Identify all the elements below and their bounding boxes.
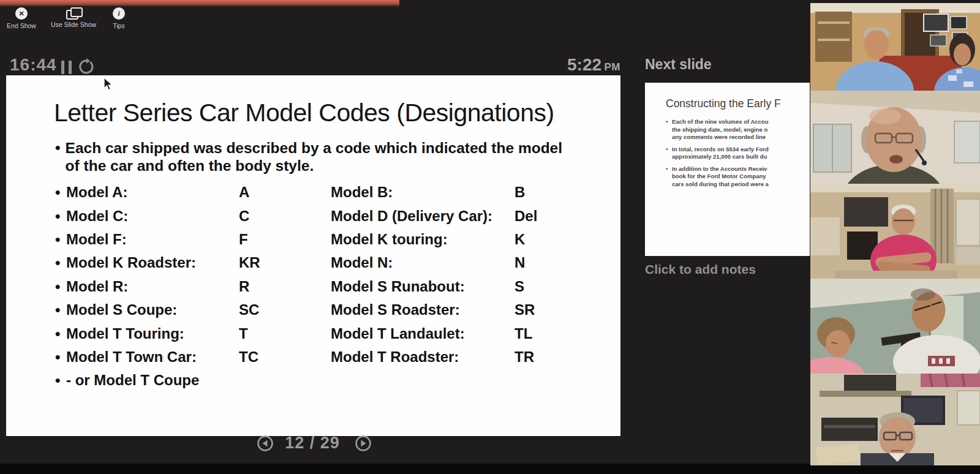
- model-label: Model S Coupe:: [66, 301, 239, 318]
- clock-time: 5:22: [567, 55, 601, 74]
- clock: 5:22 PM: [539, 55, 620, 75]
- model-code: R: [239, 278, 331, 295]
- preview-bullet: • In total, records on 5534 early Ford a…: [666, 146, 810, 161]
- tips-button[interactable]: i Tips: [107, 7, 131, 29]
- clock-meridiem: PM: [605, 61, 621, 73]
- model-label: Model F:: [66, 231, 239, 248]
- bullet-glyph: •: [55, 301, 66, 318]
- slide-intro-text: Each car shipped was described by a code…: [66, 139, 576, 175]
- model-label: Model T Touring:: [66, 325, 239, 342]
- model-label: Model A:: [66, 184, 239, 201]
- table-row: • Model K Roadster: KR Model N: N: [55, 251, 608, 274]
- elapsed-timer: 16:44: [10, 55, 57, 75]
- table-row: • - or Model T Coupe: [55, 369, 608, 392]
- model-code: TC: [239, 348, 331, 366]
- tips-label: Tips: [113, 22, 124, 29]
- use-slide-show-button[interactable]: Use Slide Show: [42, 7, 105, 28]
- model-code: SR: [514, 301, 608, 318]
- preview-bullet: • In addition to the Accounts Receiv boo…: [666, 165, 810, 189]
- bullet-glyph: •: [55, 208, 66, 225]
- info-circle-icon: i: [113, 7, 125, 20]
- model-label: Model T Roadster:: [331, 348, 514, 366]
- current-slide-canvas[interactable]: Letter Series Car Model Codes (Designati…: [6, 75, 620, 436]
- video-strip: [810, 3, 980, 465]
- bullet-glyph: •: [666, 146, 668, 154]
- bullet-glyph: •: [55, 348, 66, 366]
- model-code: Del: [514, 208, 608, 225]
- preview-slide-body: • Each of the nine volumes of Accou the …: [666, 118, 810, 192]
- notes-placeholder[interactable]: Click to add notes: [645, 262, 756, 277]
- model-label: Model S Roadster:: [331, 301, 514, 318]
- model-code: K: [514, 231, 608, 248]
- screen-share-border: [0, 0, 399, 6]
- model-code: F: [239, 231, 331, 248]
- circle-left-arrow-icon: [257, 435, 274, 452]
- model-code-table: • Model A: A Model B: B • Model C: C Mod…: [55, 181, 608, 393]
- video-tile-1[interactable]: [810, 3, 980, 91]
- video-tile-5[interactable]: [810, 374, 980, 465]
- bullet-glyph: •: [55, 184, 66, 201]
- model-code: SC: [239, 301, 331, 318]
- table-row: • Model C: C Model D (Delivery Car): Del: [55, 204, 608, 227]
- model-label: Model D (Delivery Car):: [331, 208, 514, 225]
- model-code: C: [239, 208, 331, 225]
- next-slide-button[interactable]: [355, 435, 372, 452]
- model-label: - or Model T Coupe: [66, 372, 239, 389]
- restart-icon: [78, 58, 95, 75]
- next-slide-preview[interactable]: Constructing the Early F • Each of the n…: [645, 83, 810, 256]
- circle-right-arrow-icon: [355, 435, 372, 452]
- mouse-cursor-icon: [103, 77, 114, 94]
- model-label: Model T Landaulet:: [331, 325, 514, 342]
- table-row: • Model S Coupe: SC Model S Roadster: SR: [55, 298, 608, 322]
- preview-slide-title: Constructing the Early F: [666, 97, 781, 110]
- bullet-glyph: •: [55, 231, 66, 248]
- model-code: N: [514, 254, 608, 271]
- bullet-glyph: •: [55, 278, 66, 295]
- model-label: Model S Runabout:: [331, 278, 514, 295]
- table-row: • Model T Touring: T Model T Landaulet: …: [55, 322, 608, 345]
- bullet-glyph: •: [55, 139, 61, 175]
- presenter-view-window: ✕ End Show Use Slide Show i Tips 16:44 5…: [0, 0, 980, 474]
- bullet-glyph: •: [55, 254, 66, 271]
- model-code: TR: [514, 348, 608, 366]
- previous-slide-button[interactable]: [257, 435, 274, 452]
- model-code: B: [514, 184, 608, 201]
- next-slide-heading: Next slide: [645, 56, 712, 73]
- table-row: • Model T Town Car: TC Model T Roadster:…: [55, 345, 608, 369]
- circle-x-icon: ✕: [15, 7, 28, 20]
- pause-timer-button[interactable]: [61, 61, 72, 74]
- table-row: • Model R: R Model S Runabout: S: [55, 275, 608, 298]
- preview-bullet: • Each of the nine volumes of Accou the …: [666, 118, 810, 141]
- pause-icon: [61, 61, 64, 74]
- model-label: Model K touring:: [331, 231, 514, 248]
- bullet-glyph: •: [666, 118, 668, 126]
- table-row: • Model A: A Model B: B: [55, 181, 608, 204]
- model-code: KR: [239, 254, 331, 271]
- video-tile-2[interactable]: [810, 91, 980, 184]
- end-show-button[interactable]: ✕ End Show: [4, 7, 39, 29]
- bullet-glyph: •: [55, 325, 66, 342]
- video-tile-4[interactable]: [810, 279, 980, 374]
- end-show-label: End Show: [7, 22, 36, 29]
- slide-intro-bullet: • Each car shipped was described by a co…: [55, 139, 576, 175]
- model-label: Model T Town Car:: [66, 348, 239, 366]
- slide-stack-icon: [66, 7, 81, 18]
- model-code: A: [239, 184, 331, 201]
- model-label: Model C:: [66, 208, 239, 225]
- model-code: TL: [514, 325, 608, 342]
- bullet-glyph: •: [666, 165, 668, 173]
- video-tile-3[interactable]: [810, 184, 980, 279]
- model-code: T: [239, 325, 331, 342]
- model-label: Model B:: [331, 184, 514, 201]
- slide-title: Letter Series Car Model Codes (Designati…: [54, 99, 554, 127]
- model-label: Model R:: [66, 278, 239, 295]
- table-row: • Model F: F Model K touring: K: [55, 228, 608, 251]
- model-code: S: [514, 278, 608, 295]
- model-label: Model K Roadster:: [66, 254, 239, 271]
- slide-position-indicator: 12 / 29: [277, 434, 348, 453]
- restart-timer-button[interactable]: [78, 58, 95, 75]
- use-slide-show-label: Use Slide Show: [51, 21, 96, 28]
- bullet-glyph: •: [55, 372, 66, 389]
- model-label: Model N:: [331, 254, 514, 271]
